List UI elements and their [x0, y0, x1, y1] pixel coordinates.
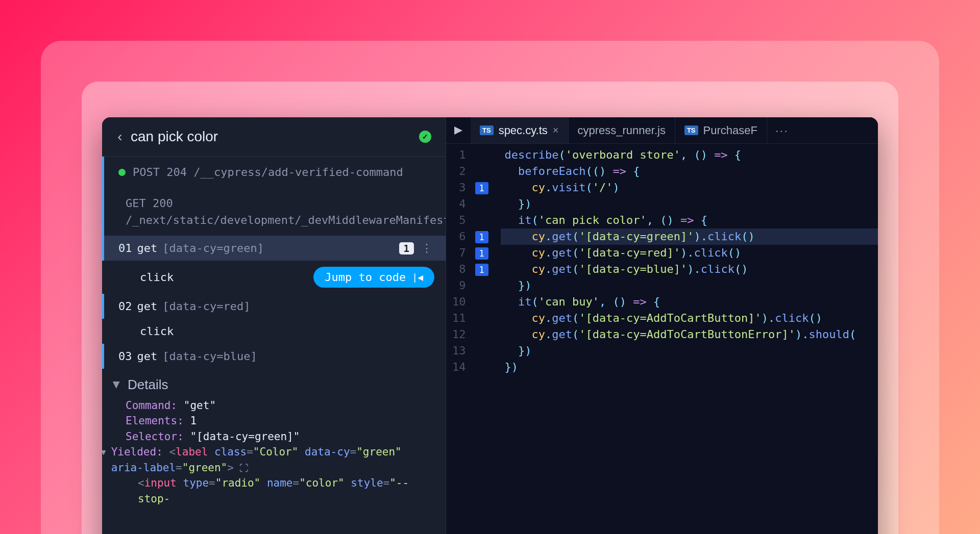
log-command: get	[137, 242, 158, 255]
network-log-row[interactable]: GET 200 /_next/static/development/_devMi…	[102, 188, 446, 236]
code-line[interactable]: })	[501, 359, 878, 375]
typescript-icon: TS	[684, 125, 698, 135]
log-num: 03	[118, 350, 132, 363]
command-log-row[interactable]: 01 get [data-cy=green]1⋮	[102, 236, 446, 261]
line-number-gutter: 1234567891011121314	[446, 144, 472, 534]
code-line[interactable]: })	[501, 277, 878, 294]
editor-tab[interactable]: cypress_runner.js	[569, 117, 675, 143]
test-title: can pick color	[131, 129, 412, 145]
more-icon[interactable]: ⋮	[419, 242, 434, 255]
skip-back-icon: |◀	[412, 272, 423, 283]
code-line[interactable]: cy.get('[data-cy=red]').click()	[501, 245, 878, 261]
jump-to-code-button[interactable]: Jump to code |◀	[313, 267, 434, 288]
tab-label: PurchaseF	[703, 124, 757, 137]
detail-yielded-label: Yielded:	[111, 446, 163, 458]
disclosure-triangle-icon[interactable]: ▼	[102, 446, 106, 458]
command-log-row[interactable]: clickJump to code |◀	[102, 261, 446, 294]
detail-command-label: Command:	[126, 399, 177, 412]
code-line[interactable]: cy.get('[data-cy=blue]').click()	[501, 261, 878, 277]
details-body: Command: "get" Elements: 1 Selector: "[d…	[113, 398, 434, 506]
yielded-inner-element: <input type="radio" name="color" style="…	[126, 475, 434, 506]
tab-label: cypress_runner.js	[578, 124, 666, 137]
close-icon[interactable]: ×	[553, 124, 559, 136]
details-header[interactable]: ▶ Details	[113, 377, 434, 398]
command-log-row[interactable]: 03 get [data-cy=blue]	[102, 344, 446, 369]
disclosure-triangle-icon[interactable]: ▶	[111, 382, 122, 389]
log-command: get	[137, 350, 158, 363]
detail-elements-label: Elements:	[126, 415, 184, 427]
editor-tab[interactable]: TSPurchaseF	[675, 117, 767, 143]
typescript-icon: TS	[480, 125, 494, 135]
detail-selector-label: Selector:	[126, 430, 184, 443]
editor-tab[interactable]: TSspec.cy.ts×	[471, 117, 569, 143]
log-num: 01	[118, 242, 132, 255]
log-selector: [data-cy=red]	[162, 300, 250, 313]
code-line[interactable]: })	[501, 343, 878, 359]
code-editor[interactable]: 1234567891011121314 00100111000000 descr…	[446, 144, 878, 534]
code-line[interactable]: })	[501, 196, 878, 212]
editor-panel: TSspec.cy.ts×cypress_runner.jsTSPurchase…	[446, 117, 878, 534]
code-line[interactable]: it('can pick color', () => {	[501, 212, 878, 228]
yielded-row: ▼ Yielded: <label class="Color" data-cy=…	[102, 444, 434, 475]
code-line[interactable]: cy.visit('/')	[501, 180, 878, 196]
hit-count-badge[interactable]: 1	[475, 231, 488, 243]
log-count-badge: 1	[399, 242, 414, 255]
editor-tabs: TSspec.cy.ts×cypress_runner.jsTSPurchase…	[446, 117, 878, 144]
status-pass-icon: ✓	[419, 131, 431, 143]
hit-count-badge[interactable]: 1	[475, 182, 488, 194]
details-heading: Details	[128, 377, 168, 393]
code-line[interactable]: cy.get('[data-cy=green]').click()	[501, 228, 878, 245]
tab-label: spec.cy.ts	[499, 124, 548, 137]
hit-count-badge[interactable]: 1	[475, 247, 488, 260]
status-dot-icon	[118, 169, 126, 176]
command-log-panel: ‹ can pick color ✓ POST 204 /__cypress/a…	[102, 117, 446, 534]
back-icon[interactable]: ‹	[116, 131, 124, 143]
play-icon[interactable]	[446, 125, 471, 136]
code-line[interactable]: cy.get('[data-cy=AddToCartButton]').clic…	[501, 310, 878, 326]
command-log-row[interactable]: 02 get [data-cy=red]	[102, 294, 446, 319]
code-line[interactable]: cy.get('[data-cy=AddToCartButtonError]')…	[501, 326, 878, 343]
detail-elements-value: 1	[190, 415, 197, 427]
detail-command-value: "get"	[184, 399, 216, 412]
hit-count-badge[interactable]: 1	[475, 264, 488, 276]
inspect-icon[interactable]: ⛶	[234, 463, 249, 473]
log-selector: [data-cy=green]	[162, 242, 264, 255]
hit-count-gutter: 00100111000000	[472, 144, 492, 534]
log-command: get	[137, 300, 158, 313]
code-line[interactable]: it('can buy', () => {	[501, 294, 878, 310]
command-log[interactable]: POST 204 /__cypress/add-verified-command…	[102, 157, 446, 534]
details-panel: ▶ Details Command: "get" Elements: 1 Sel…	[102, 369, 446, 515]
network-log-row[interactable]: POST 204 /__cypress/add-verified-command	[102, 157, 446, 188]
network-text: GET 200 /_next/static/development/_devMi…	[126, 195, 446, 228]
code-line[interactable]: beforeEach(() => {	[501, 163, 878, 180]
log-command: click	[140, 325, 174, 338]
test-header: ‹ can pick color ✓	[102, 117, 446, 157]
log-num: 02	[118, 300, 132, 313]
command-log-row[interactable]: click	[102, 319, 446, 344]
code-body: describe('overboard store', () => { befo…	[492, 144, 878, 534]
code-line[interactable]: describe('overboard store', () => {	[501, 147, 878, 163]
app-window: ‹ can pick color ✓ POST 204 /__cypress/a…	[102, 117, 878, 534]
log-command: click	[140, 271, 174, 284]
log-selector: [data-cy=blue]	[162, 350, 257, 363]
detail-selector-value: "[data-cy=green]"	[190, 430, 300, 443]
tabs-overflow-icon[interactable]: ···	[767, 123, 797, 138]
network-text: POST 204 /__cypress/add-verified-command	[133, 164, 403, 181]
